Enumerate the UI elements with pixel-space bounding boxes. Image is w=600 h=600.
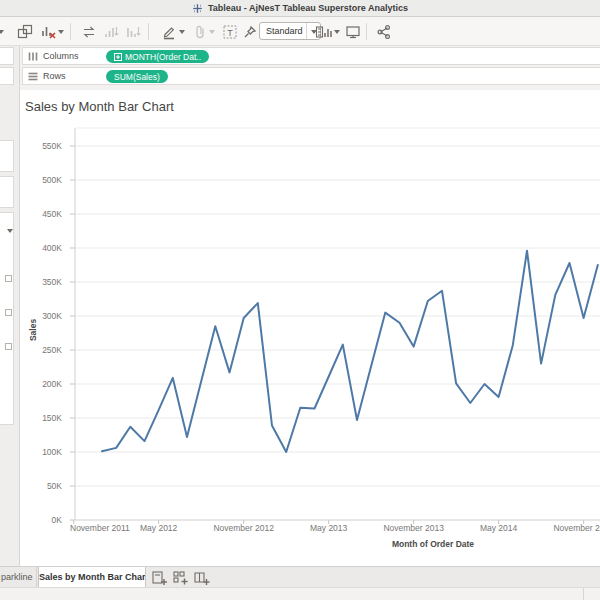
date-expand-icon [114,53,122,61]
columns-shelf[interactable]: Columns MONTH(Order Dat.. [22,47,600,65]
toolbar-separator [366,23,367,40]
paperclip-icon [192,24,208,40]
rows-pill[interactable]: SUM(Sales) [106,70,168,83]
clear-sheet-caret-icon[interactable] [58,30,64,34]
y-tick-label: 100K [20,447,62,458]
rows-pill-label: SUM(Sales) [114,72,160,82]
group-caret-icon[interactable] [209,30,215,34]
share-icon [376,24,392,40]
fix-axes-button[interactable] [241,23,258,40]
toolbar-separator [148,23,149,40]
shelf-area: Columns MONTH(Order Dat.. Rows SUM(Sales… [20,46,600,90]
filters-card-fragment [0,176,14,208]
marks-type-caret-icon[interactable] [7,229,13,233]
tab-sparkline-partial[interactable]: parkline [0,567,37,588]
show-mark-labels-button[interactable]: T [221,23,238,40]
sort-ascending-button[interactable] [102,23,119,40]
tableau-window: Tableau - AjNesT Tableau Superstore Anal… [0,0,600,600]
toolbar-separator [70,23,71,40]
x-tick-label: November 2014 [539,523,600,534]
columns-pill[interactable]: MONTH(Order Dat.. [106,50,209,63]
pin-icon [242,24,258,40]
marks-button-fragment[interactable] [5,275,12,282]
share-button[interactable] [375,23,392,40]
marks-button-fragment[interactable] [5,343,12,350]
new-story-button[interactable] [193,570,210,586]
clear-sheet-button[interactable] [39,23,56,40]
x-tick-label: May 2013 [284,523,374,534]
fit-view-icon [315,24,332,40]
y-tick-label: 150K [20,413,62,424]
y-tick-label: 0K [20,515,62,526]
swap-icon [81,24,97,40]
y-tick-label: 50K [20,481,62,492]
sort-descending-button[interactable] [124,23,141,40]
new-dashboard-icon [17,24,33,40]
fit-mode-select[interactable]: Standard [259,22,321,40]
new-dashboard-tab-button[interactable] [172,570,189,586]
rows-shelf[interactable]: Rows SUM(Sales) [22,67,600,85]
rows-icon [28,72,38,81]
x-axis-title: Month of Order Date [333,539,533,549]
window-title: Tableau - AjNesT Tableau Superstore Anal… [208,3,408,13]
mark-labels-icon: T [222,24,238,40]
new-dashboard-button[interactable] [16,23,33,40]
svg-text:T: T [227,27,233,37]
y-tick-label: 400K [20,243,62,254]
sort-ascending-icon [103,24,119,40]
worksheet-view [21,90,600,566]
title-bar: Tableau - AjNesT Tableau Superstore Anal… [0,0,600,17]
rows-shelf-label: Rows [43,71,66,81]
status-divider [583,588,584,600]
highlight-button[interactable] [160,23,177,40]
y-tick-label: 450K [20,209,62,220]
highlight-caret-icon[interactable] [179,30,185,34]
status-bar [0,587,600,600]
pages-card-fragment [0,140,14,172]
x-tick-label: November 2012 [199,523,289,534]
highlight-pen-icon [161,24,177,40]
tab-sales-by-month-bar-chart[interactable]: Sales by Month Bar Chart [38,567,146,588]
sort-descending-icon [125,24,141,40]
shelf-card-fragment [0,47,14,65]
marks-card-fragment [0,212,14,425]
y-tick-label: 550K [20,141,62,152]
y-tick-label: 200K [20,379,62,390]
presentation-icon [345,24,361,40]
fit-mode-value: Standard [260,26,306,36]
y-tick-label: 500K [20,175,62,186]
presentation-mode-button[interactable] [344,23,361,40]
fit-view-button[interactable] [315,23,332,40]
y-tick-label: 250K [20,345,62,356]
columns-icon [28,52,38,61]
clear-sheet-icon [40,24,56,40]
x-tick-label: May 2012 [114,523,204,534]
y-tick-label: 350K [20,277,62,288]
y-tick-label: 300K [20,311,62,322]
fit-view-caret-icon[interactable] [334,30,340,34]
columns-pill-label: MONTH(Order Dat.. [125,52,201,62]
toolbar: T Standard [0,17,600,46]
left-panel-strip [0,46,20,566]
marks-button-fragment[interactable] [5,309,12,316]
sheet-tab-bar: parkline Sales by Month Bar Chart [0,566,600,587]
new-worksheet-button[interactable] [151,570,168,586]
shelf-card-fragment [0,67,14,85]
swap-rows-columns-button[interactable] [80,23,97,40]
sheet-title: Sales by Month Bar Chart [25,99,174,114]
new-story-icon [193,570,210,586]
columns-shelf-label: Columns [43,51,79,61]
new-dashboard-tab-icon [172,570,189,586]
x-tick-label: May 2014 [454,523,544,534]
undo-caret-icon[interactable] [0,30,4,34]
group-members-button[interactable] [191,23,208,40]
x-tick-label: November 2013 [369,523,459,534]
new-worksheet-icon [151,570,168,586]
tableau-logo-icon [192,3,203,14]
y-axis-title: Sales [28,310,38,350]
